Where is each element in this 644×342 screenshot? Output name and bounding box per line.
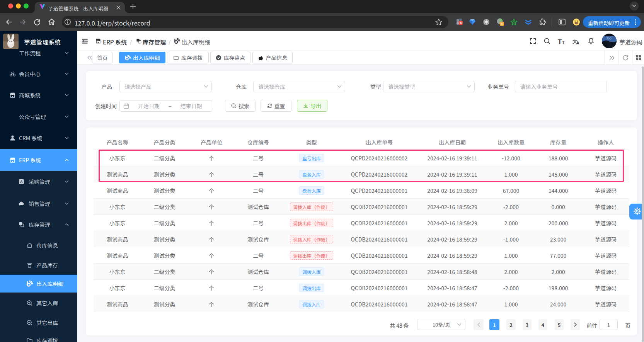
svg-text:A: A <box>20 180 23 184</box>
svg-text:文心: 文心 <box>607 36 612 40</box>
svg-text:6: 6 <box>460 21 462 25</box>
svg-text:1: 1 <box>501 22 503 26</box>
